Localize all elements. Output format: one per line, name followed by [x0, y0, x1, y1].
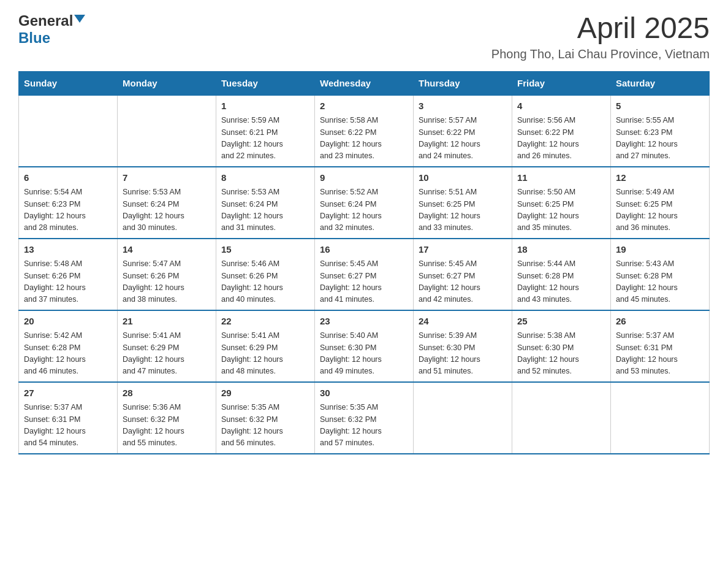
- day-info: Sunrise: 5:41 AMSunset: 6:29 PMDaylight:…: [123, 330, 211, 378]
- day-info: Sunrise: 5:53 AMSunset: 6:24 PMDaylight:…: [123, 186, 211, 234]
- calendar-table: Sunday Monday Tuesday Wednesday Thursday…: [18, 71, 710, 454]
- day-info: Sunrise: 5:55 AMSunset: 6:23 PMDaylight:…: [616, 115, 704, 163]
- table-row: 13Sunrise: 5:48 AMSunset: 6:26 PMDayligh…: [19, 239, 118, 310]
- day-number: 16: [320, 243, 408, 257]
- day-number: 1: [221, 99, 309, 113]
- day-info: Sunrise: 5:40 AMSunset: 6:30 PMDaylight:…: [320, 330, 408, 378]
- table-row: 1Sunrise: 5:59 AMSunset: 6:21 PMDaylight…: [216, 95, 315, 167]
- day-number: 26: [616, 315, 704, 329]
- table-row: 7Sunrise: 5:53 AMSunset: 6:24 PMDaylight…: [118, 167, 216, 239]
- day-info: Sunrise: 5:56 AMSunset: 6:22 PMDaylight:…: [517, 115, 605, 163]
- table-row: 2Sunrise: 5:58 AMSunset: 6:22 PMDaylight…: [315, 95, 414, 167]
- table-row: 5Sunrise: 5:55 AMSunset: 6:23 PMDaylight…: [611, 95, 710, 167]
- col-wednesday: Wednesday: [315, 71, 414, 95]
- table-row: 25Sunrise: 5:38 AMSunset: 6:30 PMDayligh…: [512, 310, 611, 382]
- day-number: 5: [616, 99, 704, 113]
- day-info: Sunrise: 5:45 AMSunset: 6:27 PMDaylight:…: [320, 258, 408, 306]
- table-row: 26Sunrise: 5:37 AMSunset: 6:31 PMDayligh…: [611, 310, 710, 382]
- day-number: 18: [517, 243, 605, 257]
- col-monday: Monday: [118, 71, 216, 95]
- day-info: Sunrise: 5:51 AMSunset: 6:25 PMDaylight:…: [419, 186, 507, 234]
- day-info: Sunrise: 5:39 AMSunset: 6:30 PMDaylight:…: [419, 330, 507, 378]
- table-row: 20Sunrise: 5:42 AMSunset: 6:28 PMDayligh…: [19, 310, 118, 382]
- day-number: 20: [24, 315, 112, 329]
- day-number: 17: [419, 243, 507, 257]
- day-number: 19: [616, 243, 704, 257]
- day-info: Sunrise: 5:44 AMSunset: 6:28 PMDaylight:…: [517, 258, 605, 306]
- calendar-header-row: Sunday Monday Tuesday Wednesday Thursday…: [19, 71, 710, 95]
- day-info: Sunrise: 5:35 AMSunset: 6:32 PMDaylight:…: [221, 402, 309, 450]
- day-number: 13: [24, 243, 112, 257]
- day-number: 3: [419, 99, 507, 113]
- table-row: 15Sunrise: 5:46 AMSunset: 6:26 PMDayligh…: [216, 239, 315, 310]
- day-info: Sunrise: 5:37 AMSunset: 6:31 PMDaylight:…: [616, 330, 704, 378]
- day-info: Sunrise: 5:52 AMSunset: 6:24 PMDaylight:…: [320, 186, 408, 234]
- table-row: [611, 382, 710, 454]
- table-row: 30Sunrise: 5:35 AMSunset: 6:32 PMDayligh…: [315, 382, 414, 454]
- day-info: Sunrise: 5:59 AMSunset: 6:21 PMDaylight:…: [221, 115, 309, 163]
- col-sunday: Sunday: [19, 71, 118, 95]
- day-number: 30: [320, 386, 408, 400]
- day-info: Sunrise: 5:54 AMSunset: 6:23 PMDaylight:…: [24, 186, 112, 234]
- table-row: 8Sunrise: 5:53 AMSunset: 6:24 PMDaylight…: [216, 167, 315, 239]
- day-number: 11: [517, 171, 605, 185]
- day-info: Sunrise: 5:42 AMSunset: 6:28 PMDaylight:…: [24, 330, 112, 378]
- day-info: Sunrise: 5:58 AMSunset: 6:22 PMDaylight:…: [320, 115, 408, 163]
- logo: General Blue: [18, 12, 85, 47]
- table-row: 12Sunrise: 5:49 AMSunset: 6:25 PMDayligh…: [611, 167, 710, 239]
- day-number: 21: [123, 315, 211, 329]
- table-row: 10Sunrise: 5:51 AMSunset: 6:25 PMDayligh…: [414, 167, 512, 239]
- day-number: 24: [419, 315, 507, 329]
- table-row: 21Sunrise: 5:41 AMSunset: 6:29 PMDayligh…: [118, 310, 216, 382]
- day-info: Sunrise: 5:49 AMSunset: 6:25 PMDaylight:…: [616, 186, 704, 234]
- table-row: 18Sunrise: 5:44 AMSunset: 6:28 PMDayligh…: [512, 239, 611, 310]
- day-number: 7: [123, 171, 211, 185]
- table-row: 9Sunrise: 5:52 AMSunset: 6:24 PMDaylight…: [315, 167, 414, 239]
- table-row: 6Sunrise: 5:54 AMSunset: 6:23 PMDaylight…: [19, 167, 118, 239]
- day-number: 2: [320, 99, 408, 113]
- day-number: 29: [221, 386, 309, 400]
- day-number: 28: [123, 386, 211, 400]
- day-info: Sunrise: 5:38 AMSunset: 6:30 PMDaylight:…: [517, 330, 605, 378]
- table-row: 29Sunrise: 5:35 AMSunset: 6:32 PMDayligh…: [216, 382, 315, 454]
- table-row: 27Sunrise: 5:37 AMSunset: 6:31 PMDayligh…: [19, 382, 118, 454]
- day-number: 27: [24, 386, 112, 400]
- day-number: 14: [123, 243, 211, 257]
- day-number: 25: [517, 315, 605, 329]
- table-row: [19, 95, 118, 167]
- table-row: 14Sunrise: 5:47 AMSunset: 6:26 PMDayligh…: [118, 239, 216, 310]
- table-row: 11Sunrise: 5:50 AMSunset: 6:25 PMDayligh…: [512, 167, 611, 239]
- table-row: [118, 95, 216, 167]
- col-friday: Friday: [512, 71, 611, 95]
- day-info: Sunrise: 5:41 AMSunset: 6:29 PMDaylight:…: [221, 330, 309, 378]
- col-tuesday: Tuesday: [216, 71, 315, 95]
- day-number: 4: [517, 99, 605, 113]
- day-info: Sunrise: 5:48 AMSunset: 6:26 PMDaylight:…: [24, 258, 112, 306]
- day-info: Sunrise: 5:47 AMSunset: 6:26 PMDaylight:…: [123, 258, 211, 306]
- logo-blue-text: Blue: [18, 29, 50, 46]
- day-info: Sunrise: 5:45 AMSunset: 6:27 PMDaylight:…: [419, 258, 507, 306]
- table-row: 23Sunrise: 5:40 AMSunset: 6:30 PMDayligh…: [315, 310, 414, 382]
- day-info: Sunrise: 5:57 AMSunset: 6:22 PMDaylight:…: [419, 115, 507, 163]
- calendar-week-row: 1Sunrise: 5:59 AMSunset: 6:21 PMDaylight…: [19, 95, 710, 167]
- table-row: 16Sunrise: 5:45 AMSunset: 6:27 PMDayligh…: [315, 239, 414, 310]
- logo-triangle-icon: [74, 15, 85, 23]
- page-subtitle: Phong Tho, Lai Chau Province, Vietnam: [491, 47, 710, 61]
- day-number: 8: [221, 171, 309, 185]
- day-info: Sunrise: 5:35 AMSunset: 6:32 PMDaylight:…: [320, 402, 408, 450]
- day-info: Sunrise: 5:37 AMSunset: 6:31 PMDaylight:…: [24, 402, 112, 450]
- table-row: 19Sunrise: 5:43 AMSunset: 6:28 PMDayligh…: [611, 239, 710, 310]
- page-title: April 2025: [491, 12, 710, 45]
- col-saturday: Saturday: [611, 71, 710, 95]
- table-row: [512, 382, 611, 454]
- col-thursday: Thursday: [414, 71, 512, 95]
- day-number: 12: [616, 171, 704, 185]
- table-row: 4Sunrise: 5:56 AMSunset: 6:22 PMDaylight…: [512, 95, 611, 167]
- title-block: April 2025 Phong Tho, Lai Chau Province,…: [491, 12, 710, 61]
- day-number: 10: [419, 171, 507, 185]
- day-info: Sunrise: 5:43 AMSunset: 6:28 PMDaylight:…: [616, 258, 704, 306]
- day-info: Sunrise: 5:50 AMSunset: 6:25 PMDaylight:…: [517, 186, 605, 234]
- day-number: 15: [221, 243, 309, 257]
- calendar-week-row: 6Sunrise: 5:54 AMSunset: 6:23 PMDaylight…: [19, 167, 710, 239]
- day-number: 23: [320, 315, 408, 329]
